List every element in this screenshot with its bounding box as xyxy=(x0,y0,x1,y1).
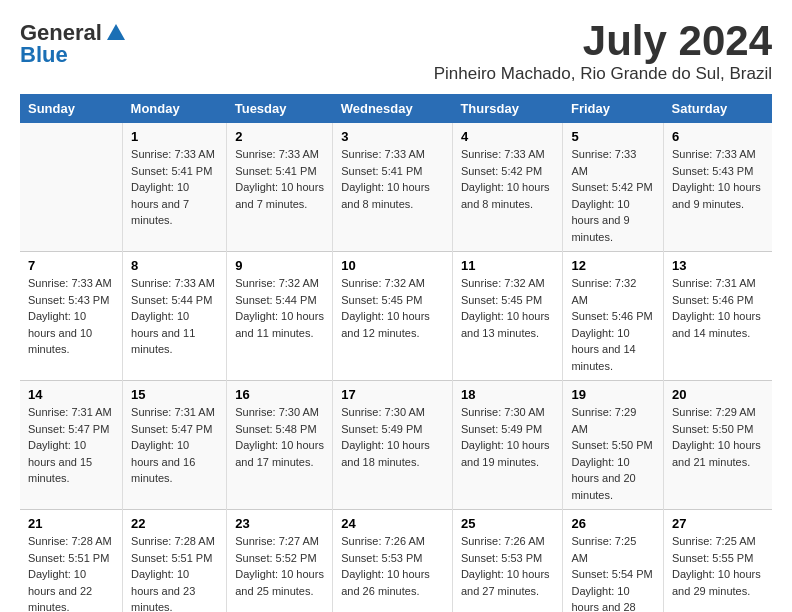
calendar-cell: 16 Sunrise: 7:30 AMSunset: 5:48 PMDaylig… xyxy=(227,381,333,510)
day-info: Sunrise: 7:25 AMSunset: 5:55 PMDaylight:… xyxy=(672,533,764,599)
day-number: 21 xyxy=(28,516,114,531)
day-number: 2 xyxy=(235,129,324,144)
day-info: Sunrise: 7:33 AMSunset: 5:42 PMDaylight:… xyxy=(571,146,655,245)
calendar-cell: 9 Sunrise: 7:32 AMSunset: 5:44 PMDayligh… xyxy=(227,252,333,381)
day-info: Sunrise: 7:25 AMSunset: 5:54 PMDaylight:… xyxy=(571,533,655,612)
calendar-cell: 11 Sunrise: 7:32 AMSunset: 5:45 PMDaylig… xyxy=(452,252,563,381)
day-number: 11 xyxy=(461,258,555,273)
calendar-cell: 15 Sunrise: 7:31 AMSunset: 5:47 PMDaylig… xyxy=(123,381,227,510)
title-area: July 2024 Pinheiro Machado, Rio Grande d… xyxy=(434,20,772,84)
calendar-cell: 19 Sunrise: 7:29 AMSunset: 5:50 PMDaylig… xyxy=(563,381,664,510)
header-tuesday: Tuesday xyxy=(227,94,333,123)
svg-marker-0 xyxy=(107,24,125,40)
day-info: Sunrise: 7:28 AMSunset: 5:51 PMDaylight:… xyxy=(28,533,114,612)
calendar-cell: 22 Sunrise: 7:28 AMSunset: 5:51 PMDaylig… xyxy=(123,510,227,613)
day-number: 3 xyxy=(341,129,444,144)
calendar-cell: 1 Sunrise: 7:33 AMSunset: 5:41 PMDayligh… xyxy=(123,123,227,252)
day-number: 18 xyxy=(461,387,555,402)
day-number: 23 xyxy=(235,516,324,531)
calendar-cell: 10 Sunrise: 7:32 AMSunset: 5:45 PMDaylig… xyxy=(333,252,453,381)
header-monday: Monday xyxy=(123,94,227,123)
day-number: 7 xyxy=(28,258,114,273)
calendar-cell: 6 Sunrise: 7:33 AMSunset: 5:43 PMDayligh… xyxy=(664,123,773,252)
header-thursday: Thursday xyxy=(452,94,563,123)
calendar-cell: 14 Sunrise: 7:31 AMSunset: 5:47 PMDaylig… xyxy=(20,381,123,510)
day-number: 17 xyxy=(341,387,444,402)
header-wednesday: Wednesday xyxy=(333,94,453,123)
day-number: 22 xyxy=(131,516,218,531)
day-number: 5 xyxy=(571,129,655,144)
logo: General Blue xyxy=(20,20,127,68)
week-row-3: 14 Sunrise: 7:31 AMSunset: 5:47 PMDaylig… xyxy=(20,381,772,510)
day-number: 27 xyxy=(672,516,764,531)
header: General Blue July 2024 Pinheiro Machado,… xyxy=(20,20,772,84)
day-number: 8 xyxy=(131,258,218,273)
day-number: 19 xyxy=(571,387,655,402)
calendar-cell: 5 Sunrise: 7:33 AMSunset: 5:42 PMDayligh… xyxy=(563,123,664,252)
header-row: Sunday Monday Tuesday Wednesday Thursday… xyxy=(20,94,772,123)
calendar-cell: 4 Sunrise: 7:33 AMSunset: 5:42 PMDayligh… xyxy=(452,123,563,252)
day-info: Sunrise: 7:31 AMSunset: 5:47 PMDaylight:… xyxy=(131,404,218,487)
day-number: 6 xyxy=(672,129,764,144)
calendar-cell: 27 Sunrise: 7:25 AMSunset: 5:55 PMDaylig… xyxy=(664,510,773,613)
day-info: Sunrise: 7:33 AMSunset: 5:42 PMDaylight:… xyxy=(461,146,555,212)
calendar-cell: 21 Sunrise: 7:28 AMSunset: 5:51 PMDaylig… xyxy=(20,510,123,613)
day-number: 13 xyxy=(672,258,764,273)
day-number: 1 xyxy=(131,129,218,144)
calendar-cell: 13 Sunrise: 7:31 AMSunset: 5:46 PMDaylig… xyxy=(664,252,773,381)
day-info: Sunrise: 7:28 AMSunset: 5:51 PMDaylight:… xyxy=(131,533,218,612)
day-info: Sunrise: 7:32 AMSunset: 5:45 PMDaylight:… xyxy=(341,275,444,341)
header-sunday: Sunday xyxy=(20,94,123,123)
week-row-4: 21 Sunrise: 7:28 AMSunset: 5:51 PMDaylig… xyxy=(20,510,772,613)
day-info: Sunrise: 7:30 AMSunset: 5:49 PMDaylight:… xyxy=(461,404,555,470)
logo-icon xyxy=(105,22,127,44)
calendar-cell: 20 Sunrise: 7:29 AMSunset: 5:50 PMDaylig… xyxy=(664,381,773,510)
day-info: Sunrise: 7:29 AMSunset: 5:50 PMDaylight:… xyxy=(571,404,655,503)
month-title: July 2024 xyxy=(434,20,772,62)
day-info: Sunrise: 7:32 AMSunset: 5:45 PMDaylight:… xyxy=(461,275,555,341)
day-number: 9 xyxy=(235,258,324,273)
calendar-table: Sunday Monday Tuesday Wednesday Thursday… xyxy=(20,94,772,612)
day-number: 15 xyxy=(131,387,218,402)
day-info: Sunrise: 7:33 AMSunset: 5:43 PMDaylight:… xyxy=(28,275,114,358)
day-info: Sunrise: 7:26 AMSunset: 5:53 PMDaylight:… xyxy=(461,533,555,599)
day-number: 26 xyxy=(571,516,655,531)
calendar-cell: 25 Sunrise: 7:26 AMSunset: 5:53 PMDaylig… xyxy=(452,510,563,613)
logo-blue: Blue xyxy=(20,42,68,68)
day-info: Sunrise: 7:30 AMSunset: 5:48 PMDaylight:… xyxy=(235,404,324,470)
calendar-cell: 3 Sunrise: 7:33 AMSunset: 5:41 PMDayligh… xyxy=(333,123,453,252)
calendar-cell: 8 Sunrise: 7:33 AMSunset: 5:44 PMDayligh… xyxy=(123,252,227,381)
calendar-cell: 12 Sunrise: 7:32 AMSunset: 5:46 PMDaylig… xyxy=(563,252,664,381)
day-number: 16 xyxy=(235,387,324,402)
day-info: Sunrise: 7:33 AMSunset: 5:41 PMDaylight:… xyxy=(235,146,324,212)
week-row-1: 1 Sunrise: 7:33 AMSunset: 5:41 PMDayligh… xyxy=(20,123,772,252)
calendar-cell: 23 Sunrise: 7:27 AMSunset: 5:52 PMDaylig… xyxy=(227,510,333,613)
day-info: Sunrise: 7:33 AMSunset: 5:43 PMDaylight:… xyxy=(672,146,764,212)
location-title: Pinheiro Machado, Rio Grande do Sul, Bra… xyxy=(434,64,772,84)
calendar-cell: 2 Sunrise: 7:33 AMSunset: 5:41 PMDayligh… xyxy=(227,123,333,252)
day-number: 10 xyxy=(341,258,444,273)
day-info: Sunrise: 7:33 AMSunset: 5:41 PMDaylight:… xyxy=(131,146,218,229)
day-number: 25 xyxy=(461,516,555,531)
header-saturday: Saturday xyxy=(664,94,773,123)
day-info: Sunrise: 7:29 AMSunset: 5:50 PMDaylight:… xyxy=(672,404,764,470)
day-info: Sunrise: 7:26 AMSunset: 5:53 PMDaylight:… xyxy=(341,533,444,599)
calendar-cell: 17 Sunrise: 7:30 AMSunset: 5:49 PMDaylig… xyxy=(333,381,453,510)
calendar-cell: 18 Sunrise: 7:30 AMSunset: 5:49 PMDaylig… xyxy=(452,381,563,510)
day-info: Sunrise: 7:30 AMSunset: 5:49 PMDaylight:… xyxy=(341,404,444,470)
week-row-2: 7 Sunrise: 7:33 AMSunset: 5:43 PMDayligh… xyxy=(20,252,772,381)
day-number: 4 xyxy=(461,129,555,144)
header-friday: Friday xyxy=(563,94,664,123)
day-info: Sunrise: 7:33 AMSunset: 5:41 PMDaylight:… xyxy=(341,146,444,212)
calendar-cell: 26 Sunrise: 7:25 AMSunset: 5:54 PMDaylig… xyxy=(563,510,664,613)
day-number: 12 xyxy=(571,258,655,273)
calendar-cell: 7 Sunrise: 7:33 AMSunset: 5:43 PMDayligh… xyxy=(20,252,123,381)
day-number: 14 xyxy=(28,387,114,402)
day-info: Sunrise: 7:32 AMSunset: 5:44 PMDaylight:… xyxy=(235,275,324,341)
day-info: Sunrise: 7:31 AMSunset: 5:47 PMDaylight:… xyxy=(28,404,114,487)
day-info: Sunrise: 7:31 AMSunset: 5:46 PMDaylight:… xyxy=(672,275,764,341)
day-info: Sunrise: 7:33 AMSunset: 5:44 PMDaylight:… xyxy=(131,275,218,358)
day-info: Sunrise: 7:27 AMSunset: 5:52 PMDaylight:… xyxy=(235,533,324,599)
calendar-cell: 24 Sunrise: 7:26 AMSunset: 5:53 PMDaylig… xyxy=(333,510,453,613)
day-number: 24 xyxy=(341,516,444,531)
